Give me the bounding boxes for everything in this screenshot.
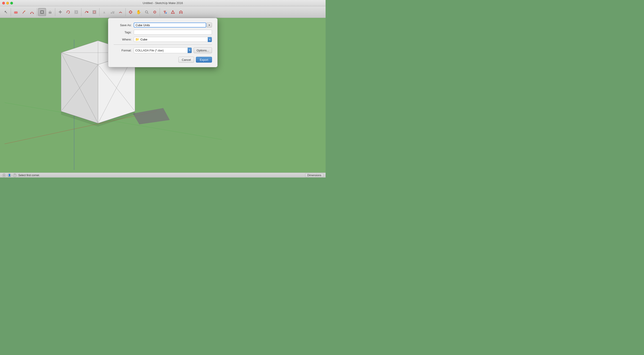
svg-point-22	[129, 11, 132, 13]
selection-tools: ↖	[2, 8, 11, 16]
minimize-button[interactable]	[6, 2, 9, 4]
shape-tools	[38, 8, 55, 16]
zoom-tool[interactable]	[143, 8, 151, 16]
transform-tools: ✛	[56, 8, 82, 16]
save-as-label: Save As:	[114, 24, 132, 27]
dialog-divider	[114, 44, 212, 45]
offset-tool[interactable]	[90, 8, 98, 16]
svg-marker-3	[22, 13, 23, 14]
svg-marker-10	[66, 12, 68, 13]
where-select[interactable]: 📁 Cube ⇅	[134, 37, 212, 42]
section-plane-tool[interactable]	[177, 8, 185, 16]
dimensions-label: Dimensions	[305, 173, 323, 177]
status-text: Select first corner.	[18, 174, 40, 177]
scale-tool[interactable]	[72, 8, 80, 16]
format-value: COLLADA File (*.dae)	[135, 49, 190, 52]
walk-tool[interactable]	[169, 8, 177, 16]
help-icon[interactable]: ?	[13, 174, 16, 177]
save-as-input[interactable]	[134, 22, 206, 28]
format-row: Format: COLLADA File (*.dae) ⇅ Options..…	[114, 48, 212, 53]
svg-text:A: A	[103, 11, 105, 14]
status-right: Dimensions	[305, 174, 323, 177]
format-dropdown-arrows[interactable]: ⇅	[188, 48, 192, 53]
svg-rect-14	[93, 10, 96, 14]
folder-icon: 📁	[135, 38, 139, 41]
statusbar: ℹ 👤 ? Select first corner. Dimensions	[0, 172, 326, 178]
svg-point-24	[145, 11, 148, 13]
close-button[interactable]	[2, 2, 5, 4]
svg-rect-7	[41, 11, 44, 14]
svg-point-23	[130, 10, 132, 14]
toolbar: ↖ ✛	[0, 6, 326, 18]
window-title: Untitled - SketchUp Make 2016	[143, 1, 183, 5]
utility-tools	[82, 8, 100, 16]
extra-tools	[161, 8, 186, 16]
navigation-tools: ✋	[126, 8, 160, 16]
status-left: ℹ 👤 ? Select first corner.	[2, 174, 40, 177]
export-button[interactable]: Export	[196, 57, 212, 62]
zoom-extents-tool[interactable]	[151, 8, 159, 16]
svg-rect-8	[49, 12, 51, 14]
eraser-tool[interactable]	[12, 8, 20, 16]
dialog-buttons: Cancel Export	[114, 57, 212, 62]
paint-bucket-tool[interactable]	[161, 8, 169, 16]
text-tools: A dim	[100, 8, 126, 16]
where-row: Where: 📁 Cube ⇅	[114, 37, 212, 42]
orbit-tool[interactable]	[126, 8, 134, 16]
titlebar: Untitled - SketchUp Make 2016	[0, 0, 326, 6]
where-value: Cube	[140, 38, 147, 41]
select-tool[interactable]: ↖	[2, 8, 10, 16]
arc-tool[interactable]	[28, 8, 36, 16]
where-dropdown-arrow[interactable]: ⇅	[208, 37, 212, 42]
tags-input[interactable]	[134, 30, 212, 35]
svg-line-25	[147, 13, 148, 14]
push-pull-tool[interactable]	[46, 8, 54, 16]
save-as-row: Save As: ▼	[114, 22, 212, 28]
svg-rect-11	[75, 10, 78, 14]
info-icon[interactable]: ℹ	[2, 174, 6, 177]
svg-rect-15	[94, 11, 95, 13]
save-dialog: Save As: ▼ Tags: Where: 📁 Cube ⇅ Format:…	[108, 18, 218, 67]
tags-row: Tags:	[114, 30, 212, 35]
svg-marker-9	[49, 11, 51, 12]
follow-me-tool[interactable]	[82, 8, 90, 16]
options-button[interactable]: Options...	[194, 48, 212, 53]
traffic-lights	[2, 2, 13, 4]
svg-point-5	[30, 13, 31, 14]
where-label: Where:	[114, 38, 132, 41]
pencil-tool[interactable]	[20, 8, 28, 16]
maximize-button[interactable]	[10, 2, 13, 4]
svg-point-6	[33, 13, 34, 14]
edit-tools	[12, 8, 37, 16]
dimensions-tool[interactable]: dim	[108, 8, 116, 16]
rotate-tool[interactable]	[64, 8, 72, 16]
svg-point-13	[87, 12, 88, 13]
svg-marker-32	[180, 11, 182, 14]
tags-label: Tags:	[114, 31, 132, 34]
svg-text:dim: dim	[112, 11, 114, 12]
save-as-dropdown-btn[interactable]: ▼	[206, 22, 212, 28]
user-icon[interactable]: 👤	[8, 174, 11, 177]
text-tool[interactable]: A	[100, 8, 108, 16]
svg-point-29	[166, 12, 167, 14]
shapes-tool[interactable]	[38, 8, 46, 16]
format-label: Format:	[114, 49, 132, 52]
svg-rect-12	[75, 11, 77, 13]
format-select[interactable]: COLLADA File (*.dae) ⇅	[134, 48, 192, 53]
cancel-button[interactable]: Cancel	[178, 57, 194, 62]
move-tool[interactable]: ✛	[56, 8, 64, 16]
protractor-tool[interactable]	[116, 8, 124, 16]
pan-tool[interactable]: ✋	[134, 8, 143, 16]
